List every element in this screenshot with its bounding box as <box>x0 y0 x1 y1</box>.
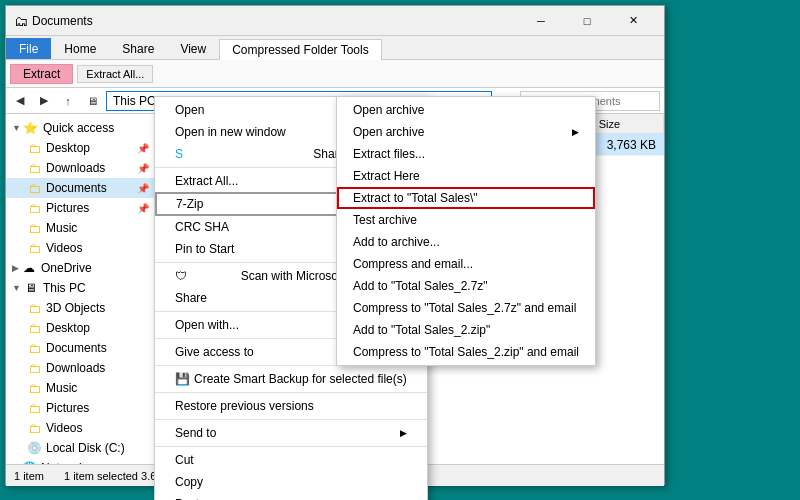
title-bar-controls: ─ □ ✕ <box>518 6 656 36</box>
documents-icon: 🗀 <box>26 180 42 196</box>
pin-icon: 📌 <box>137 143 149 154</box>
forward-button[interactable]: ▶ <box>34 91 54 111</box>
sidebar-label-pictures: Pictures <box>46 201 89 215</box>
sub-add-to-7z[interactable]: Add to "Total Sales_2.7z" <box>337 275 595 297</box>
sidebar-label-network: Network <box>41 461 85 464</box>
sidebar-item-this-pc[interactable]: ▼ 🖥 This PC <box>6 278 155 298</box>
sidebar-item-videos[interactable]: 🗀 Videos <box>6 238 155 258</box>
sidebar-label-onedrive: OneDrive <box>41 261 92 275</box>
sidebar-item-music2[interactable]: 🗀 Music <box>6 378 155 398</box>
title-bar: 🗂 Documents ─ □ ✕ <box>6 6 664 36</box>
downloads2-icon: 🗀 <box>26 360 42 376</box>
sidebar-label-downloads2: Downloads <box>46 361 105 375</box>
sub-open-archive-1[interactable]: Open archive <box>337 99 595 121</box>
sidebar-item-local-disk[interactable]: 💿 Local Disk (C:) <box>6 438 155 458</box>
back-button[interactable]: ◀ <box>10 91 30 111</box>
sub-extract-to-total-sales[interactable]: Extract to "Total Sales\" <box>337 187 595 209</box>
local-disk-icon: 💿 <box>26 440 42 456</box>
title-bar-left: 🗂 Documents <box>14 13 93 29</box>
sidebar-item-network[interactable]: ▶ 🌐 Network <box>6 458 155 464</box>
tab-view[interactable]: View <box>167 38 219 59</box>
downloads-icon: 🗀 <box>26 160 42 176</box>
sidebar-label-music2: Music <box>46 381 77 395</box>
ctx-smart-backup[interactable]: 💾 Create Smart Backup for selected file(… <box>155 368 427 390</box>
music2-icon: 🗀 <box>26 380 42 396</box>
sidebar-label-music: Music <box>46 221 77 235</box>
defender-icon: 🛡 <box>175 269 187 283</box>
ctx-paste[interactable]: Paste <box>155 493 427 500</box>
sidebar-label-pictures2: Pictures <box>46 401 89 415</box>
sidebar-label-desktop: Desktop <box>46 141 90 155</box>
sidebar: ▼ ⭐ Quick access 🗀 Desktop 📌 🗀 Downloads… <box>6 114 156 464</box>
sub-add-to-zip[interactable]: Add to "Total Sales_2.zip" <box>337 319 595 341</box>
sidebar-item-pictures2[interactable]: 🗀 Pictures <box>6 398 155 418</box>
sidebar-label-videos2: Videos <box>46 421 82 435</box>
videos-icon: 🗀 <box>26 240 42 256</box>
sub-compress-zip-email[interactable]: Compress to "Total Sales_2.zip" and emai… <box>337 341 595 363</box>
pictures2-icon: 🗀 <box>26 400 42 416</box>
sidebar-item-documents2[interactable]: 🗀 Documents <box>6 338 155 358</box>
tab-home[interactable]: Home <box>51 38 109 59</box>
ctx-copy[interactable]: Copy <box>155 471 427 493</box>
sidebar-item-desktop2[interactable]: 🗀 Desktop <box>6 318 155 338</box>
sidebar-item-videos2[interactable]: 🗀 Videos <box>6 418 155 438</box>
address-icon: 🖥 <box>82 91 102 111</box>
sub-extract-files[interactable]: Extract files... <box>337 143 595 165</box>
tab-share[interactable]: Share <box>109 38 167 59</box>
explorer-window: 🗂 Documents ─ □ ✕ File Home Share View C… <box>5 5 665 485</box>
sidebar-label-documents: Documents <box>46 181 107 195</box>
backup-icon: 💾 <box>175 372 190 386</box>
sidebar-item-quick-access[interactable]: ▼ ⭐ Quick access <box>6 118 155 138</box>
sidebar-label-documents2: Documents <box>46 341 107 355</box>
ribbon-tabs: File Home Share View Compressed Folder T… <box>6 36 664 60</box>
documents2-icon: 🗀 <box>26 340 42 356</box>
ctx-sep-7 <box>155 419 427 420</box>
up-button[interactable]: ↑ <box>58 91 78 111</box>
window-title: Documents <box>32 14 93 28</box>
this-pc-icon: 🖥 <box>23 280 39 296</box>
sidebar-label-downloads: Downloads <box>46 161 105 175</box>
pin-icon-pics: 📌 <box>137 203 149 214</box>
close-button[interactable]: ✕ <box>610 6 656 36</box>
pin-icon-docs: 📌 <box>137 183 149 194</box>
ctx-cut[interactable]: Cut <box>155 449 427 471</box>
ctx-restore-prev[interactable]: Restore previous versions <box>155 395 427 417</box>
ctx-send-to[interactable]: Send to <box>155 422 427 444</box>
sidebar-item-onedrive[interactable]: ▶ ☁ OneDrive <box>6 258 155 278</box>
minimize-button[interactable]: ─ <box>518 6 564 36</box>
desktop-icon: 🗀 <box>26 140 42 156</box>
sidebar-item-documents[interactable]: 🗀 Documents 📌 <box>6 178 155 198</box>
videos2-icon: 🗀 <box>26 420 42 436</box>
network-expand-icon: ▶ <box>12 463 19 464</box>
extract-all-button[interactable]: Extract All... <box>77 65 153 83</box>
maximize-button[interactable]: □ <box>564 6 610 36</box>
sidebar-label-desktop2: Desktop <box>46 321 90 335</box>
sub-compress-7z-email[interactable]: Compress to "Total Sales_2.7z" and email <box>337 297 595 319</box>
sidebar-label-this-pc: This PC <box>43 281 86 295</box>
sub-compress-email[interactable]: Compress and email... <box>337 253 595 275</box>
sidebar-item-music[interactable]: 🗀 Music <box>6 218 155 238</box>
quick-access-icon: ⭐ <box>23 120 39 136</box>
sidebar-item-downloads[interactable]: 🗀 Downloads 📌 <box>6 158 155 178</box>
sub-test-archive[interactable]: Test archive <box>337 209 595 231</box>
sidebar-item-pictures[interactable]: 🗀 Pictures 📌 <box>6 198 155 218</box>
extract-toolbar: Extract Extract All... <box>6 60 664 88</box>
sub-open-archive-2[interactable]: Open archive <box>337 121 595 143</box>
this-pc-expand-icon: ▼ <box>12 283 21 293</box>
sidebar-item-3d-objects[interactable]: 🗀 3D Objects <box>6 298 155 318</box>
desktop2-icon: 🗀 <box>26 320 42 336</box>
onedrive-expand-icon: ▶ <box>12 263 19 273</box>
tab-file[interactable]: File <box>6 38 51 59</box>
sidebar-label-3d-objects: 3D Objects <box>46 301 105 315</box>
extract-label: Extract <box>10 64 73 84</box>
file-size-cell: 3,763 KB <box>591 138 664 152</box>
sub-extract-here[interactable]: Extract Here <box>337 165 595 187</box>
ctx-sep-8 <box>155 446 427 447</box>
sub-add-to-archive[interactable]: Add to archive... <box>337 231 595 253</box>
sidebar-item-desktop[interactable]: 🗀 Desktop 📌 <box>6 138 155 158</box>
sidebar-item-downloads2[interactable]: 🗀 Downloads <box>6 358 155 378</box>
tab-extract[interactable]: Compressed Folder Tools <box>219 39 382 60</box>
expand-icon: ▼ <box>12 123 21 133</box>
col-header-size[interactable]: Size <box>591 114 664 133</box>
item-count: 1 item <box>14 470 44 482</box>
